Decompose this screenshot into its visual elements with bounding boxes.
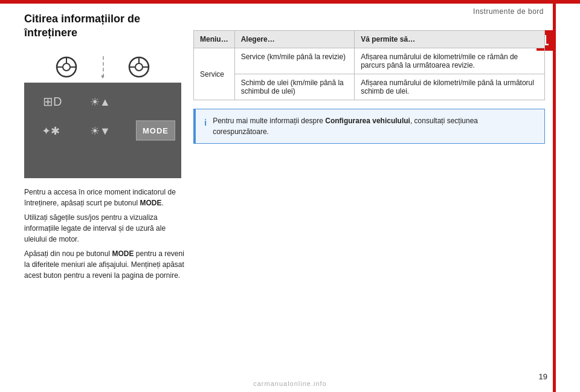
brightness-down-icon: ☀▼ (83, 120, 121, 140)
svg-text:✦✱: ✦✱ (42, 125, 60, 137)
top-bar (0, 0, 580, 4)
side-bar (553, 0, 556, 392)
body-para-3: Apăsați din nou pe butonul MODE pentru a… (24, 248, 187, 281)
left-content: Citirea informațiilor de întreținere ▼ (24, 12, 187, 284)
arrow-down-indicator: ▼ (100, 74, 106, 80)
menu-cell-service: Service (194, 48, 235, 100)
distance-icon: ⊞D (36, 91, 74, 111)
right-content: Meniu… Alegere… Vă permite să… Service S… (193, 30, 545, 144)
choice-cell-1: Service (km/mile până la revizie) (234, 48, 354, 74)
description-cell-2: Afișarea numărului de kilometri/mile pân… (355, 74, 545, 100)
svg-point-6 (135, 63, 143, 71)
description-cell-1: Afișarea numărului de kilometri/mile ce … (355, 48, 545, 74)
info-bold-text: Configurarea vehiculului (325, 117, 410, 125)
table-row: Schimb de ulei (km/mile până la schimbul… (194, 74, 545, 100)
body-text: Pentru a accesa în orice moment indicato… (24, 187, 187, 281)
body-para-2: Utilizați săgețile sus/jos pentru a vizu… (24, 212, 187, 245)
col-header-allows: Vă permite să… (355, 31, 545, 48)
header-label: Instrumente de bord (473, 7, 544, 16)
svg-text:⊞D: ⊞D (43, 95, 62, 108)
col-header-choice: Alegere… (234, 31, 354, 48)
service-icon: ✦✱ (36, 120, 74, 140)
brightness-up-icon: ☀▲ (83, 91, 121, 111)
table-row: Service Service (km/mile până la revizie… (194, 48, 545, 74)
svg-text:☀▲: ☀▲ (90, 96, 111, 108)
page-title: Citirea informațiilor de întreținere (24, 12, 187, 40)
page-number: 19 (539, 372, 547, 381)
info-icon: i (204, 116, 207, 137)
info-text-before: Pentru mai multe informații despre (213, 117, 325, 125)
diagram-area: ▼ ⊞D (24, 51, 181, 178)
watermark: carmanualonline.info (253, 380, 327, 387)
choice-cell-2: Schimb de ulei (km/mile până la schimbul… (234, 74, 354, 100)
col-header-menu: Meniu… (194, 31, 235, 48)
info-table: Meniu… Alegere… Vă permite să… Service S… (193, 30, 545, 100)
mode-button[interactable]: MODE (136, 120, 175, 140)
info-box: i Pentru mai multe informații despre Con… (193, 109, 545, 144)
svg-text:☀▼: ☀▼ (90, 125, 111, 137)
steering-wheel-right-icon (128, 56, 150, 78)
body-para-1: Pentru a accesa în orice moment indicato… (24, 187, 187, 208)
steering-wheel-left-icon (56, 56, 77, 78)
svg-point-1 (63, 63, 70, 71)
info-box-text: Pentru mai multe informații despre Confi… (213, 115, 536, 137)
